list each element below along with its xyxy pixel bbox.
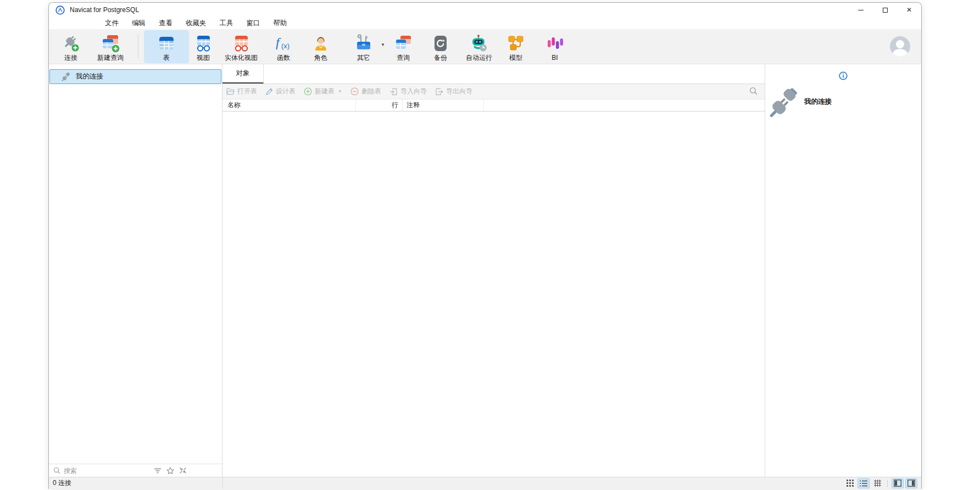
user-avatar[interactable] [890,36,910,57]
list-view-button[interactable] [858,478,870,488]
column-header-name[interactable]: 名称 [222,99,356,111]
maximize-button[interactable] [873,3,897,17]
minimize-icon [858,10,864,10]
collapse-icon[interactable] [179,467,187,474]
connection-plug-icon [62,34,80,53]
left-panel-toggle-button[interactable] [892,478,904,488]
toolbar-others[interactable]: ▼ 其它 [343,30,385,63]
star-icon[interactable] [166,467,174,475]
toolbar-view[interactable]: 视图 [192,30,214,63]
toolbar-function[interactable]: f (x) 函数 [268,30,299,63]
menu-help[interactable]: 帮助 [267,18,294,29]
large-icons-view-icon [847,480,854,487]
toolbar-role[interactable]: 角色 [302,30,339,63]
right-panel-connection: 我的连接 [769,86,832,118]
column-header-rows[interactable]: 行 [356,99,403,111]
open-table-label: 打开表 [237,87,257,96]
new-query-icon [101,34,120,53]
export-wizard-icon [435,88,443,96]
title-bar: Navicat for PostgreSQL ✕ [49,3,921,17]
app-window: Navicat for PostgreSQL ✕ 文件 编辑 查看 收藏夹 工具… [48,2,922,489]
column-header-comment[interactable]: 注释 [403,99,484,111]
toolbar-automation[interactable]: 自动运行 [463,30,495,63]
open-table-button[interactable]: 打开表 [226,87,257,96]
view-icon [194,34,213,53]
object-grid-header: 名称 行 注释 [222,99,765,112]
toolbar-connection[interactable]: 连接 [57,30,85,63]
statusbar-icon-separator [887,480,888,487]
query-icon [394,34,413,53]
toolbar-function-label: 函数 [277,54,290,62]
toolbar-view-label: 视图 [197,54,210,62]
toolbar-query[interactable]: 查询 [388,30,419,63]
right-panel-toggle-button[interactable] [905,478,917,488]
detail-grid-view-button[interactable] [871,478,883,488]
delete-table-button[interactable]: 删除表 [350,87,381,96]
detail-grid-view-icon [874,480,881,487]
menu-edit[interactable]: 编辑 [125,18,152,29]
toolbar-new-query-label: 新建查询 [97,54,124,62]
content-area: 我的连接 [49,64,921,477]
main-toolbar: 连接 新建查询 [49,29,921,64]
sidebar-item-my-connection[interactable]: 我的连接 [49,69,221,84]
info-icon[interactable] [839,71,848,80]
maximize-icon [883,8,888,13]
object-search-button[interactable] [749,87,758,95]
svg-text:(x): (x) [281,42,289,50]
table-icon [157,34,176,53]
menu-window[interactable]: 窗口 [240,18,267,29]
toolbar-separator [138,35,138,58]
new-table-label: 新建表 [315,87,335,96]
toolbar-model[interactable]: 模型 [499,30,533,63]
new-table-dropdown-arrow-icon[interactable]: ▼ [338,89,342,94]
svg-text:f: f [276,35,281,49]
connections-sidebar: 我的连接 [49,64,222,477]
toolbar-role-label: 角色 [314,54,327,62]
window-title: Navicat for PostgreSQL [70,6,139,14]
object-toolbar: 打开表 设计表 新建表 ▼ [222,84,765,99]
toolbar-materialized-view[interactable]: 实体化视图 [218,30,265,63]
import-wizard-button[interactable]: 导入向导 [389,87,427,96]
new-table-button[interactable]: 新建表 ▼ [304,87,342,96]
toolbox-icon [354,34,373,53]
minimize-button[interactable] [849,3,873,17]
export-wizard-button[interactable]: 导出向导 [435,87,472,96]
toolbar-bi-label: BI [552,54,558,62]
toolbar-new-query[interactable]: 新建查询 [88,30,132,63]
menu-view[interactable]: 查看 [152,18,179,29]
menu-favorites[interactable]: 收藏夹 [179,18,213,29]
tab-objects[interactable]: 对象 [222,64,264,83]
close-button[interactable]: ✕ [897,3,921,17]
menu-tools[interactable]: 工具 [213,18,240,29]
large-icons-view-button[interactable] [844,478,856,488]
toolbar-backup-label: 备份 [434,54,447,62]
toolbar-bi[interactable]: BI [536,30,573,63]
object-grid-body[interactable] [222,112,765,477]
design-table-button[interactable]: 设计表 [265,87,296,96]
circle-minus-icon [350,87,359,96]
sidebar-empty-area[interactable] [49,84,222,464]
toolbar-table[interactable]: 表 [144,30,189,63]
navicat-logo-icon [55,5,65,15]
main-panel: 对象 打开表 设计表 [222,64,765,477]
toolbar-query-label: 查询 [397,54,410,62]
automation-robot-icon [470,34,488,53]
open-folder-icon [226,88,235,95]
left-panel-toggle-icon [894,480,901,487]
right-panel-toggle-icon [907,480,915,487]
plug-icon [769,86,800,118]
backup-icon [432,34,449,53]
others-dropdown-arrow-icon[interactable]: ▼ [381,42,385,47]
toolbar-backup[interactable]: 备份 [422,30,459,63]
toolbar-connection-label: 连接 [64,54,77,62]
filter-icon[interactable] [154,467,162,474]
toolbar-table-label: 表 [163,54,170,62]
bi-chart-icon [545,34,564,53]
tab-strip: 对象 [222,64,765,84]
export-wizard-label: 导出向导 [446,87,472,96]
role-icon [311,34,330,53]
menu-file[interactable]: 文件 [98,18,125,29]
sidebar-search-input[interactable] [64,467,151,475]
connection-count-label: 0 连接 [49,478,71,488]
search-icon [53,467,60,474]
